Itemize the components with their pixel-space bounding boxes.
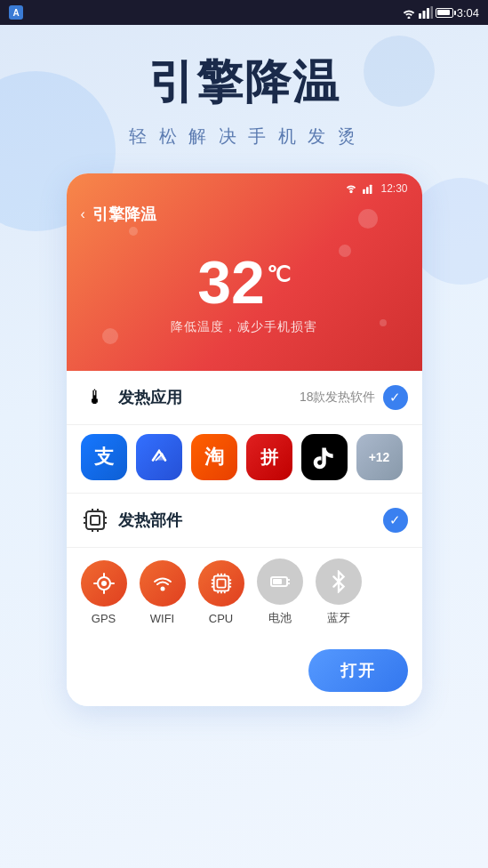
phone-wifi-icon <box>345 183 357 194</box>
hero-subtitle: 轻 松 解 决 手 机 发 烫 <box>129 125 359 149</box>
battery-label: 电池 <box>268 610 292 626</box>
heat-components-check[interactable]: ✓ <box>383 508 408 533</box>
app-icons-row: 支 淘 拼 <box>67 425 422 494</box>
bubble-1 <box>358 209 378 229</box>
heat-components-right: ✓ <box>383 508 408 533</box>
open-button-row: 打开 <box>67 640 422 706</box>
heat-components-title: 发热部件 <box>118 510 182 531</box>
phone-body: 🌡 发热应用 18款发热软件 ✓ 支 <box>67 371 422 706</box>
heat-apps-section: 🌡 发热应用 18款发热软件 ✓ <box>67 371 422 425</box>
heat-apps-icon: 🌡 <box>81 383 109 412</box>
svg-rect-6 <box>370 185 372 194</box>
cpu-circle <box>198 560 244 607</box>
phone-time: 12:30 <box>380 182 407 195</box>
heat-apps-check[interactable]: ✓ <box>383 385 408 410</box>
heat-components-left: 发热部件 <box>81 506 182 534</box>
svg-rect-2 <box>427 8 429 19</box>
status-bar-left: A <box>9 5 23 20</box>
temperature-value: 32℃ <box>81 252 408 312</box>
signal-icon <box>419 6 433 19</box>
wifi-label: WIFI <box>150 612 174 625</box>
comp-bluetooth[interactable]: 蓝牙 <box>316 559 362 626</box>
svg-rect-5 <box>366 187 369 194</box>
comp-wifi[interactable]: WIFI <box>140 560 186 625</box>
comp-gps[interactable]: GPS <box>81 560 127 625</box>
svg-rect-0 <box>419 13 421 19</box>
app-pdd[interactable]: 拼 <box>246 434 292 480</box>
open-button[interactable]: 打开 <box>308 649 408 692</box>
status-icons <box>402 6 453 19</box>
battery-circle <box>257 559 303 605</box>
component-icons-row: GPS WIFI <box>67 548 422 640</box>
heat-apps-title: 发热应用 <box>118 387 182 408</box>
svg-rect-8 <box>91 516 100 525</box>
app-taobao[interactable]: 淘 <box>191 434 237 480</box>
main-content: 引擎降温 轻 松 解 决 手 机 发 烫 12:30 <box>0 25 488 724</box>
bubble-3 <box>129 227 138 236</box>
comp-battery[interactable]: 电池 <box>257 559 303 626</box>
app-icon: A <box>9 5 23 20</box>
svg-rect-37 <box>273 579 282 584</box>
comp-cpu[interactable]: CPU <box>198 560 244 625</box>
status-time: 3:04 <box>457 6 479 20</box>
hero-title: 引擎降温 <box>148 52 340 114</box>
app-feishu[interactable] <box>136 434 182 480</box>
app-alipay[interactable]: 支 <box>81 434 127 480</box>
phone-mockup: 12:30 ‹ 引擎降温 32℃ 降低温度，减少手机损害 🌡 发热应用 <box>67 173 422 706</box>
app-tiktok[interactable] <box>301 434 348 480</box>
phone-status-bar: 12:30 <box>81 182 408 195</box>
svg-rect-3 <box>430 6 433 19</box>
wifi-circle <box>140 560 186 607</box>
heat-apps-count: 18款发热软件 <box>300 390 376 406</box>
temp-unit: ℃ <box>267 262 291 286</box>
status-bar: A 3:04 <box>0 0 488 25</box>
svg-rect-4 <box>364 189 366 194</box>
phone-signal-icon <box>363 183 375 194</box>
temperature-display: 32℃ 降低温度，减少手机损害 <box>81 243 408 350</box>
bubble-5 <box>380 319 387 326</box>
bluetooth-label: 蓝牙 <box>327 610 350 626</box>
bubble-4 <box>102 328 118 344</box>
gps-circle <box>81 560 127 607</box>
wifi-icon <box>402 6 416 19</box>
heat-apps-left: 🌡 发热应用 <box>81 383 182 412</box>
phone-back-icon: ‹ <box>81 206 85 222</box>
svg-rect-7 <box>86 511 104 529</box>
svg-rect-20 <box>213 575 228 591</box>
svg-rect-21 <box>217 579 225 587</box>
heat-apps-right: 18款发热软件 ✓ <box>300 385 408 410</box>
svg-rect-1 <box>422 11 425 19</box>
bluetooth-circle <box>316 559 362 605</box>
heat-components-section: 发热部件 ✓ <box>67 494 422 548</box>
temperature-description: 降低温度，减少手机损害 <box>81 319 408 335</box>
svg-point-17 <box>101 581 107 586</box>
battery-icon <box>436 8 453 18</box>
svg-point-19 <box>160 586 164 591</box>
app-more[interactable]: +12 <box>356 434 403 480</box>
cpu-label: CPU <box>209 612 233 625</box>
phone-header: 12:30 ‹ 引擎降温 32℃ 降低温度，减少手机损害 <box>67 173 422 371</box>
heat-components-icon <box>81 506 109 534</box>
phone-nav-title: 引擎降温 <box>92 204 156 225</box>
gps-label: GPS <box>92 612 116 625</box>
bubble-2 <box>339 245 351 257</box>
status-bar-right: 3:04 <box>402 6 479 20</box>
